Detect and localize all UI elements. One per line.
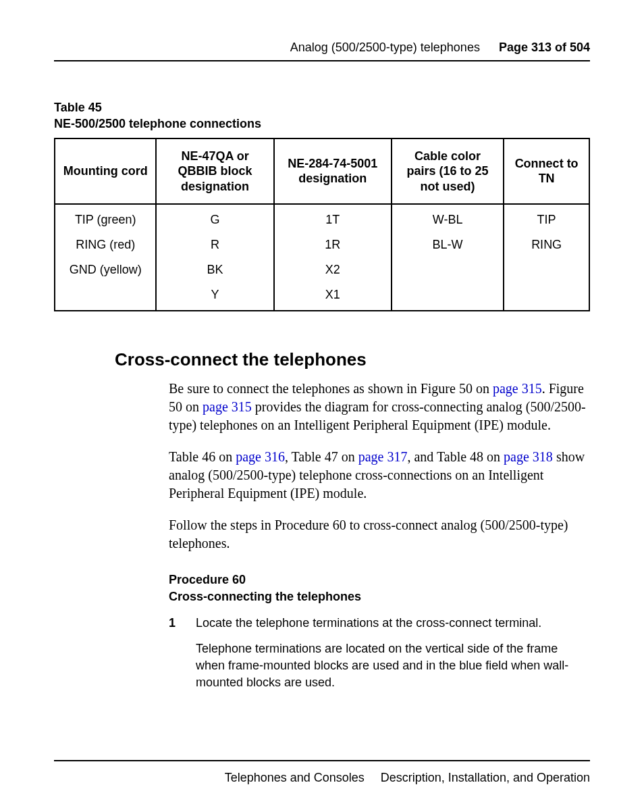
th-ne-designation: NE-284-74-5001 designation (274, 138, 392, 205)
running-header: Analog (500/2500-type) telephones Page 3… (54, 41, 590, 61)
cell: W-BL (392, 204, 504, 232)
th-cable-color: Cable color pairs (16 to 25 not used) (392, 138, 504, 205)
cell: RING (504, 232, 589, 257)
paragraph: Follow the steps in Procedure 60 to cros… (169, 516, 590, 553)
cell: RING (red) (55, 232, 156, 257)
cell: BL-W (392, 232, 504, 257)
cell: TIP (504, 204, 589, 232)
link-page-318[interactable]: page 318 (504, 449, 553, 464)
link-page-315[interactable]: page 315 (203, 399, 252, 414)
step-number: 1 (169, 615, 196, 632)
page: Analog (500/2500-type) telephones Page 3… (0, 0, 644, 812)
paragraph: Be sure to connect the telephones as sho… (169, 380, 590, 434)
cell: GND (yellow) (55, 257, 156, 282)
cell (504, 282, 589, 311)
th-mounting-cord: Mounting cord (55, 138, 156, 205)
cell: Y (156, 282, 273, 311)
table-row: TIP (green) G 1T W-BL TIP (55, 204, 589, 232)
text: , and Table 48 on (407, 449, 504, 464)
running-footer: Telephones and ConsolesDescription, Inst… (54, 760, 590, 785)
table-caption: Table 45 NE-500/2500 telephone connectio… (54, 99, 590, 132)
text: Table 46 on (169, 449, 236, 464)
cell: X2 (274, 257, 392, 282)
cell (504, 257, 589, 282)
link-page-317[interactable]: page 317 (358, 449, 408, 464)
paragraph: Table 46 on page 316, Table 47 on page 3… (169, 448, 590, 503)
table-row: RING (red) R 1R BL-W RING (55, 232, 589, 257)
cell: X1 (274, 282, 392, 311)
cell: 1R (274, 232, 392, 257)
cell: R (156, 232, 273, 257)
step-text: Locate the telephone terminations at the… (196, 615, 590, 632)
section-heading: Cross-connect the telephones (115, 349, 590, 370)
header-page: Page 313 of 504 (499, 41, 590, 55)
step-body: Telephone terminations are located on th… (196, 640, 590, 692)
table-caption-line2: NE-500/2500 telephone connections (54, 116, 590, 132)
table-caption-line1: Table 45 (54, 99, 590, 116)
table-row: GND (yellow) BK X2 (55, 257, 589, 282)
link-page-316[interactable]: page 316 (236, 449, 285, 464)
table-row: Y X1 (55, 282, 589, 311)
footer-right: Description, Installation, and Operation (381, 771, 590, 784)
th-connect-tn: Connect to TN (504, 138, 589, 205)
text: , Table 47 on (285, 449, 358, 464)
cell (392, 257, 504, 282)
procedure-caption: Procedure 60 Cross-connecting the teleph… (169, 572, 590, 605)
cell: 1T (274, 204, 392, 232)
table-header-row: Mounting cord NE-47QA or QBBIB block des… (55, 138, 589, 205)
connections-table: Mounting cord NE-47QA or QBBIB block des… (54, 138, 590, 312)
header-section: Analog (500/2500-type) telephones (290, 41, 480, 55)
footer-left: Telephones and Consoles (225, 771, 365, 784)
cell: BK (156, 257, 273, 282)
body-text: Be sure to connect the telephones as sho… (169, 380, 590, 691)
cell: G (156, 204, 273, 232)
procedure-step: 1 Locate the telephone terminations at t… (169, 615, 590, 632)
procedure-caption-line1: Procedure 60 (169, 572, 590, 588)
text: Be sure to connect the telephones as sho… (169, 381, 493, 396)
th-block-designation: NE-47QA or QBBIB block designation (156, 138, 273, 205)
cell: TIP (green) (55, 204, 156, 232)
cell (392, 282, 504, 311)
procedure-caption-line2: Cross-connecting the telephones (169, 588, 590, 605)
link-page-315[interactable]: page 315 (493, 381, 542, 396)
cell (55, 282, 156, 311)
